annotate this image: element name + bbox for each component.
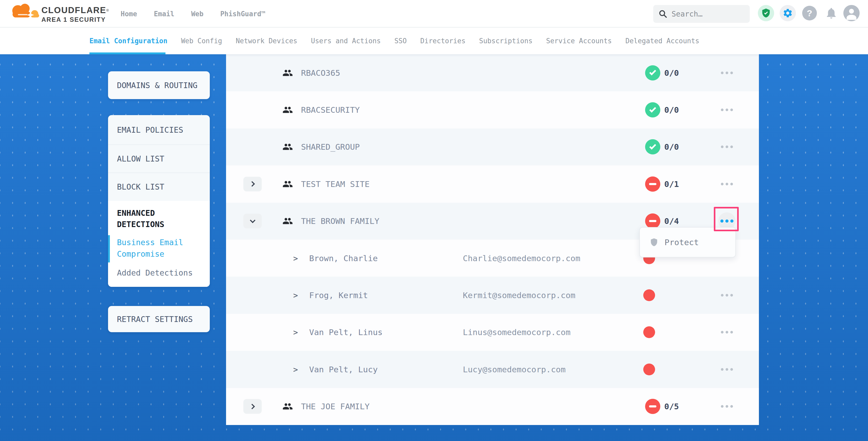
ellipsis-icon	[725, 108, 728, 111]
sidebar-item-block-list[interactable]: BLOCK LIST	[108, 173, 210, 200]
menu-item-protect[interactable]: Protect	[664, 238, 699, 247]
row-menu-button[interactable]	[718, 101, 736, 119]
member-email: Kermit@somedemocorp.com	[463, 290, 575, 300]
sidebar-item-domains-routing[interactable]: DOMAINS & ROUTING	[108, 71, 210, 99]
notifications-button[interactable]	[823, 5, 839, 21]
chevron-down-icon	[250, 218, 255, 223]
shield-icon	[649, 237, 659, 248]
ellipsis-icon	[721, 108, 723, 111]
user-icon	[843, 5, 860, 21]
group-name: RBACO365	[301, 68, 340, 77]
table-row[interactable]: >Frog, KermitKermit@somedemocorp.com	[226, 277, 759, 314]
tab-delegated-accounts[interactable]: Delegated Accounts	[625, 37, 700, 45]
nav-link-web[interactable]: Web	[191, 10, 204, 18]
group-name: THE BROWN FAMILY	[301, 216, 379, 226]
ellipsis-icon	[730, 331, 733, 334]
ellipsis-icon	[730, 108, 733, 111]
ellipsis-icon	[730, 294, 733, 296]
sidebar-item-email-policies[interactable]: EMAIL POLICIES	[108, 115, 210, 145]
ellipsis-icon	[725, 146, 728, 148]
nav-link-email[interactable]: Email	[154, 10, 175, 18]
settings-button[interactable]	[780, 5, 796, 21]
collapse-button[interactable]	[243, 214, 262, 228]
row-menu-button[interactable]	[718, 64, 736, 82]
table-row[interactable]: SHARED_GROUP0/0	[226, 128, 759, 165]
member-chevron-icon: >	[293, 365, 298, 374]
nav-link-phishguard[interactable]: PhishGuard™	[220, 10, 266, 18]
table-row[interactable]: RBACSECURITY0/0	[226, 91, 759, 128]
protected-count: 0/1	[664, 179, 679, 189]
tab-web-config[interactable]: Web Config	[181, 37, 222, 45]
ellipsis-icon	[725, 331, 728, 334]
table-row[interactable]: >Van Pelt, LinusLinus@somedemocorp.com	[226, 314, 759, 351]
sidebar-label: RETRACT SETTINGS	[108, 306, 210, 332]
row-menu-button[interactable]	[718, 361, 736, 378]
check-icon	[649, 143, 656, 150]
sidebar-item-business-email-compromise[interactable]: Business Email Compromise	[117, 237, 196, 260]
group-icon	[282, 141, 294, 152]
security-status-button[interactable]	[758, 5, 774, 21]
status-alert-badge	[645, 177, 660, 192]
click-highlight	[714, 207, 739, 231]
row-menu-button[interactable]	[718, 138, 736, 155]
ellipsis-icon	[730, 146, 733, 148]
status-ok-badge	[645, 139, 660, 154]
tab-directories[interactable]: Directories	[421, 37, 465, 45]
help-button[interactable]: ?	[801, 5, 818, 21]
group-icon	[282, 179, 294, 189]
sidebar-item-enhanced-detections[interactable]: ENHANCED DETECTIONS	[117, 208, 198, 230]
member-name: Van Pelt, Linus	[309, 327, 382, 337]
status-alert-dot	[643, 364, 655, 375]
group-name: THE JOE FAMILY	[301, 402, 370, 411]
row-menu-button[interactable]	[718, 176, 736, 193]
cloudflare-logo-icon	[10, 2, 41, 19]
tab-service-accounts[interactable]: Service Accounts	[546, 37, 612, 45]
ellipsis-icon	[721, 71, 723, 74]
gear-icon	[782, 8, 793, 18]
app-header: CLOUDFLARE® AREA 1 SECURITY HomeEmailWeb…	[0, 0, 868, 28]
table-row[interactable]: THE JOE FAMILY0/5	[226, 388, 759, 425]
sidebar-item-retract-settings[interactable]: RETRACT SETTINGS	[108, 306, 210, 332]
member-email: Charlie@somedemocorp.com	[463, 254, 580, 263]
row-menu-button[interactable]	[718, 323, 736, 341]
group-icon	[282, 105, 294, 115]
row-menu-button[interactable]	[718, 398, 736, 415]
ellipsis-icon	[730, 183, 733, 185]
tab-subscriptions[interactable]: Subscriptions	[479, 37, 533, 45]
check-icon	[649, 69, 656, 75]
chevron-right-icon	[249, 181, 255, 187]
member-name: Frog, Kermit	[309, 290, 368, 300]
ellipsis-icon	[730, 405, 733, 408]
help-icon: ?	[802, 6, 817, 21]
bell-icon	[825, 6, 838, 20]
tab-users-and-actions[interactable]: Users and Actions	[311, 37, 381, 45]
sidebar-item-added-detections[interactable]: Added Detections	[117, 268, 193, 278]
protected-count: 0/0	[664, 142, 679, 152]
table-row[interactable]: TEST TEAM SITE0/1	[226, 165, 759, 202]
sidebar-item-allow-list[interactable]: ALLOW LIST	[108, 145, 210, 172]
expand-button[interactable]	[243, 399, 262, 414]
expand-button[interactable]	[243, 177, 262, 191]
member-chevron-icon: >	[293, 254, 298, 263]
tab-email-configuration[interactable]: Email Configuration	[89, 37, 167, 45]
table-row[interactable]: >Van Pelt, LucyLucy@somedemocorp.com	[226, 351, 759, 388]
ellipsis-icon	[725, 368, 728, 371]
ellipsis-icon	[730, 368, 733, 371]
ellipsis-icon	[721, 183, 723, 185]
brand-subtitle: AREA 1 SECURITY	[41, 16, 109, 23]
status-alert-badge	[645, 213, 660, 229]
sidebar-label: DOMAINS & ROUTING	[108, 71, 210, 99]
nav-link-home[interactable]: Home	[121, 10, 137, 18]
tab-network-devices[interactable]: Network Devices	[236, 37, 298, 45]
account-button[interactable]	[843, 5, 860, 21]
row-menu-button[interactable]	[718, 287, 736, 304]
chevron-right-icon	[249, 404, 255, 409]
status-alert-dot	[643, 326, 655, 338]
search-box[interactable]	[653, 5, 750, 23]
tab-bar: Email ConfigurationWeb ConfigNetwork Dev…	[0, 28, 868, 54]
status-ok-badge	[645, 102, 660, 118]
tab-sso[interactable]: SSO	[394, 37, 407, 45]
table-row[interactable]: RBACO3650/0	[226, 54, 759, 91]
status-alert-dot	[643, 289, 655, 301]
search-input[interactable]	[672, 10, 737, 18]
